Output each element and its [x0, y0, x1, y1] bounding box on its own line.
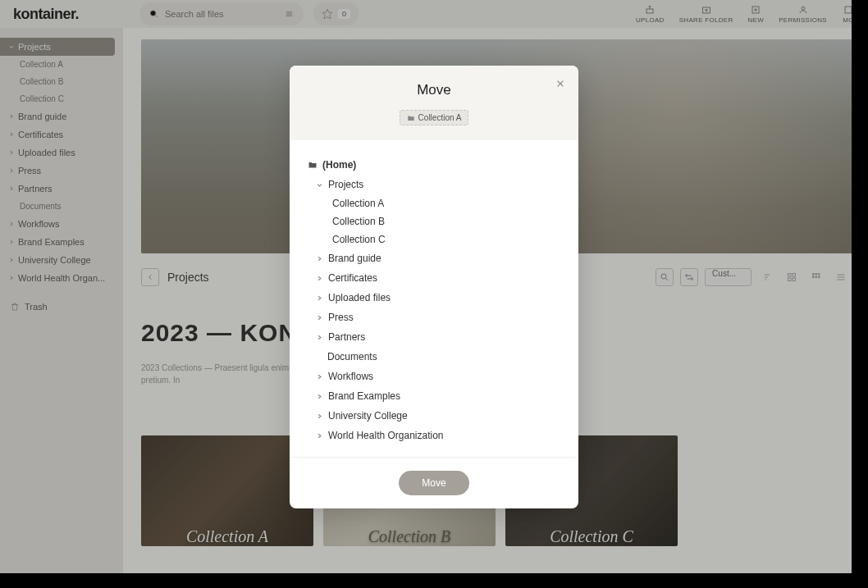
tree-press[interactable]: Press: [316, 308, 560, 327]
chevron-right-icon: [316, 255, 323, 262]
folder-icon: [407, 114, 415, 122]
modal-overlay[interactable]: Move Collection A (Home) Projects Collec…: [0, 0, 868, 588]
chevron-right-icon: [316, 275, 323, 282]
tree-world-health[interactable]: World Health Organization: [316, 426, 560, 445]
chevron-right-icon: [316, 432, 323, 440]
bottom-black-strip: [0, 573, 868, 588]
selected-item-tag[interactable]: Collection A: [400, 110, 469, 125]
tree-uploaded-files[interactable]: Uploaded files: [316, 288, 560, 308]
tree-workflows[interactable]: Workflows: [316, 367, 560, 386]
tree-documents[interactable]: Documents: [316, 347, 560, 367]
right-black-strip: [852, 0, 868, 573]
tree-collection-c[interactable]: Collection C: [332, 230, 560, 248]
tree-brand-examples[interactable]: Brand Examples: [316, 386, 560, 406]
tree-collection-b[interactable]: Collection B: [332, 212, 560, 230]
modal-title: Move: [306, 82, 562, 98]
tree-brand-guide[interactable]: Brand guide: [316, 248, 560, 268]
folder-tree: (Home) Projects Collection A Collection …: [290, 140, 578, 457]
tree-partners[interactable]: Partners: [316, 327, 560, 347]
tree-university-college[interactable]: University College: [316, 406, 560, 426]
tree-home[interactable]: (Home): [308, 155, 560, 175]
chevron-right-icon: [316, 334, 323, 341]
modal-close-button[interactable]: [554, 77, 567, 90]
close-icon: [556, 80, 564, 88]
tree-certificates[interactable]: Certificates: [316, 268, 560, 288]
folder-icon: [308, 160, 318, 170]
chevron-right-icon: [316, 413, 323, 420]
chevron-down-icon: [316, 181, 323, 189]
tree-projects[interactable]: Projects: [316, 175, 560, 194]
chevron-right-icon: [316, 393, 323, 400]
move-confirm-button[interactable]: Move: [399, 471, 468, 495]
move-modal: Move Collection A (Home) Projects Collec…: [290, 66, 578, 508]
tree-collection-a[interactable]: Collection A: [332, 194, 560, 212]
chevron-right-icon: [316, 294, 323, 302]
chevron-right-icon: [316, 314, 323, 321]
chevron-right-icon: [316, 373, 323, 381]
